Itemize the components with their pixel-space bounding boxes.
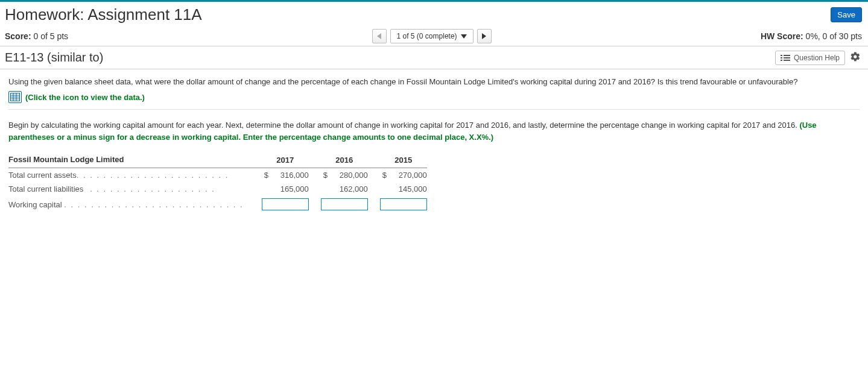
cell-value: 165,000 [273, 184, 309, 193]
chevron-left-icon [377, 33, 381, 39]
cell-value: 280,000 [332, 171, 368, 180]
score-value: 0 of 5 pts [33, 31, 68, 41]
row-label: Total current assets [8, 171, 77, 180]
instructions-plain: Begin by calculating the working capital… [8, 121, 799, 130]
gear-icon [850, 51, 861, 62]
leader-dots: . . . . . . . . . . . . . . . . . . . [90, 184, 215, 193]
cell-value: 162,000 [332, 184, 368, 193]
currency-symbol: $ [323, 171, 332, 180]
row-label: Total current liabilities [8, 184, 83, 193]
score-label: Score: [5, 31, 31, 41]
divider [8, 109, 860, 110]
question-help-label: Question Help [794, 54, 840, 62]
table-year-header: 2016 [309, 153, 368, 168]
question-id: E11-13 (similar to) [5, 51, 103, 64]
currency-symbol: $ [264, 171, 273, 180]
svg-rect-5 [784, 60, 790, 61]
view-data-link[interactable]: (Click the icon to view the data.) [25, 93, 145, 102]
table-icon [10, 93, 20, 101]
chevron-down-icon [461, 34, 467, 39]
question-nav-dropdown[interactable]: 1 of 5 (0 complete) [390, 29, 474, 43]
svg-rect-1 [784, 55, 790, 56]
table-row: Total current assets. . . . . . . . . . … [8, 168, 427, 183]
hw-score-text: HW Score: 0%, 0 of 30 pts [761, 31, 862, 41]
working-capital-input-2015[interactable] [380, 198, 427, 210]
working-capital-input-2017[interactable] [262, 198, 309, 210]
question-help-button[interactable]: Question Help [775, 51, 845, 65]
balance-sheet-table: Fossil Mountain Lodge Limited 2017 2016 … [8, 153, 427, 213]
save-button[interactable]: Save [831, 7, 862, 22]
instructions-text: Begin by calculating the working capital… [8, 119, 860, 143]
prev-question-button[interactable] [372, 29, 387, 43]
leader-dots: . . . . . . . . . . . . . . . . . . . . … [77, 171, 229, 180]
svg-rect-2 [781, 57, 782, 58]
cell-value: 316,000 [273, 171, 309, 180]
hw-score-label: HW Score: [761, 31, 803, 41]
question-prompt: Using the given balance sheet data, what… [8, 77, 860, 87]
hw-score-value: 0%, 0 of 30 pts [806, 31, 862, 41]
svg-rect-0 [781, 55, 782, 56]
cell-value: 270,000 [391, 171, 427, 180]
table-year-header: 2017 [250, 153, 309, 168]
page-title: Homework: Assignment 11A [5, 5, 202, 24]
table-company-header: Fossil Mountain Lodge Limited [8, 153, 250, 168]
svg-rect-4 [781, 60, 782, 61]
working-capital-input-2016[interactable] [321, 198, 368, 210]
view-data-button[interactable] [8, 91, 22, 103]
cell-value: 145,000 [391, 184, 427, 193]
nav-position-label: 1 of 5 (0 complete) [397, 32, 457, 40]
row-label: Working capital [8, 200, 62, 209]
table-row: Working capital . . . . . . . . . . . . … [8, 196, 427, 213]
table-year-header: 2015 [368, 153, 427, 168]
chevron-right-icon [482, 33, 486, 39]
settings-button[interactable] [849, 50, 862, 65]
leader-dots: . . . . . . . . . . . . . . . . . . . . … [64, 200, 243, 209]
score-text: Score: 0 of 5 pts [5, 31, 68, 41]
list-icon [781, 54, 790, 61]
currency-symbol: $ [382, 171, 391, 180]
next-question-button[interactable] [477, 29, 492, 43]
table-row: Total current liabilities . . . . . . . … [8, 182, 427, 196]
svg-rect-3 [784, 57, 790, 58]
